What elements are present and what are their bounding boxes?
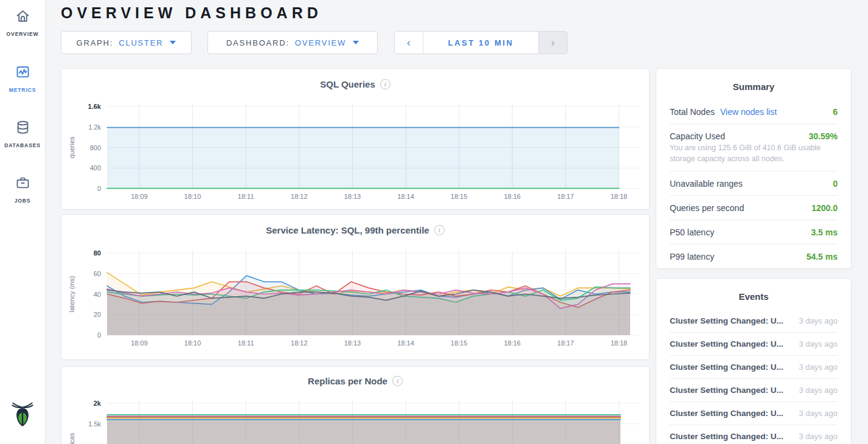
event-row[interactable]: Cluster Setting Changed: U... 3 days ago — [670, 356, 838, 379]
svg-text:18:14: 18:14 — [397, 339, 414, 347]
svg-text:18:12: 18:12 — [291, 339, 308, 347]
event-title: Cluster Setting Changed: U... — [670, 339, 783, 349]
graph-selector-value: CLUSTER — [119, 38, 163, 47]
svg-text:0: 0 — [97, 185, 101, 192]
summary-value: 6 — [833, 107, 838, 117]
info-icon[interactable]: i — [380, 79, 391, 89]
summary-value: 54.5 ms — [807, 252, 838, 262]
svg-text:18:11: 18:11 — [238, 339, 254, 347]
left-nav-sidebar: OVERVIEW METRICS DATABASES — [0, 0, 46, 444]
time-range-label[interactable]: LAST 10 MIN — [423, 32, 538, 54]
svg-text:40: 40 — [94, 291, 101, 298]
cockroachdb-logo[interactable] — [7, 399, 38, 434]
sidebar-item-label: DATABASES — [4, 142, 41, 148]
event-time: 3 days ago — [799, 316, 838, 325]
view-nodes-list-link[interactable]: View nodes list — [720, 107, 777, 117]
event-row[interactable]: Cluster Setting Changed: U... 3 days ago — [670, 402, 838, 425]
sidebar-item-databases[interactable]: DATABASES — [0, 119, 45, 148]
info-icon[interactable]: i — [434, 225, 445, 235]
svg-text:18:12: 18:12 — [291, 193, 308, 200]
summary-label: Capacity Used — [670, 131, 725, 141]
event-time: 3 days ago — [799, 386, 838, 395]
graph-selector-label: GRAPH: — [77, 38, 114, 47]
chevron-down-icon — [353, 41, 359, 44]
sql-queries-chart[interactable]: 04008001.2k1.6k18:0918:1018:1118:1218:13… — [61, 99, 649, 206]
sidebar-item-metrics[interactable]: METRICS — [0, 64, 45, 93]
dashboard-selector-dropdown[interactable]: DASHBOARD: OVERVIEW — [207, 31, 378, 54]
svg-text:18:17: 18:17 — [557, 193, 574, 200]
chevron-down-icon — [170, 41, 176, 44]
home-icon — [15, 8, 31, 27]
info-icon[interactable]: i — [392, 376, 403, 386]
time-range-next-button[interactable]: › — [538, 32, 567, 54]
summary-title: Summary — [670, 69, 838, 100]
sidebar-item-label: OVERVIEW — [7, 31, 39, 37]
sidebar-item-label: METRICS — [9, 87, 36, 93]
summary-value: 1200.0 — [811, 203, 838, 213]
summary-label: Queries per second — [670, 203, 744, 213]
dashboard-selector-value: OVERVIEW — [295, 38, 346, 47]
svg-text:18:11: 18:11 — [238, 193, 254, 200]
chart-title: SQL Queries — [320, 79, 375, 89]
summary-value: 0 — [833, 179, 838, 189]
event-time: 3 days ago — [799, 339, 838, 349]
svg-text:latency (ms): latency (ms) — [68, 276, 75, 313]
svg-text:1.5k: 1.5k — [88, 420, 101, 428]
event-title: Cluster Setting Changed: U... — [670, 362, 783, 372]
event-row[interactable]: Cluster Setting Changed: U... 3 days ago — [670, 379, 838, 402]
svg-text:400: 400 — [90, 164, 101, 172]
summary-panel: Summary Total Nodes View nodes list 6 Ca… — [656, 68, 852, 269]
svg-text:2k: 2k — [94, 400, 102, 407]
graph-selector-dropdown[interactable]: GRAPH: CLUSTER — [61, 31, 192, 54]
svg-text:0: 0 — [97, 331, 101, 339]
event-title: Cluster Setting Changed: U... — [670, 432, 783, 441]
svg-text:18:10: 18:10 — [184, 193, 201, 200]
metrics-icon — [15, 64, 31, 83]
chart-panel-replicas-per-node: Replicas per Node i 1.5k2k18:0918:1018:1… — [61, 366, 650, 444]
sidebar-item-jobs[interactable]: JOBS — [0, 175, 45, 204]
event-time: 3 days ago — [799, 432, 838, 441]
summary-row-p99-latency: P99 latency 54.5 ms — [670, 245, 838, 268]
summary-row-unavailable-ranges: Unavailable ranges 0 — [670, 172, 838, 196]
svg-text:18:18: 18:18 — [611, 339, 628, 347]
summary-row-total-nodes: Total Nodes View nodes list 6 — [670, 100, 838, 124]
event-time: 3 days ago — [799, 362, 838, 372]
svg-text:18:15: 18:15 — [451, 339, 468, 347]
svg-text:replicas: replicas — [68, 432, 75, 444]
replicas-per-node-chart[interactable]: 1.5k2k18:0918:1018:1118:1218:1318:1418:1… — [61, 395, 649, 444]
summary-row-p50-latency: P50 latency 3.5 ms — [670, 220, 838, 245]
chart-panel-sql-queries: SQL Queries i 04008001.2k1.6k18:0918:101… — [61, 68, 650, 210]
svg-text:queries: queries — [68, 136, 75, 159]
svg-text:18:09: 18:09 — [131, 193, 148, 200]
summary-value: 3.5 ms — [811, 227, 838, 237]
event-row[interactable]: Cluster Setting Changed: U... 3 days ago — [670, 333, 838, 356]
events-title: Events — [670, 279, 838, 310]
page-title: OVERVIEW DASHBOARD — [61, 4, 650, 22]
svg-text:18:14: 18:14 — [397, 193, 414, 200]
svg-text:20: 20 — [94, 311, 101, 318]
svg-text:1.2k: 1.2k — [88, 123, 101, 131]
svg-text:800: 800 — [90, 144, 101, 151]
chart-title: Replicas per Node — [308, 376, 387, 386]
right-sidebar: Summary Total Nodes View nodes list 6 Ca… — [656, 68, 852, 444]
event-row[interactable]: Cluster Setting Changed: U... 3 days ago — [670, 425, 838, 444]
svg-text:18:13: 18:13 — [344, 339, 361, 347]
time-range-prev-button[interactable]: ‹ — [395, 32, 423, 54]
svg-text:1.6k: 1.6k — [88, 103, 102, 110]
main-content: OVERVIEW DASHBOARD GRAPH: CLUSTER DASHBO… — [61, 0, 650, 444]
sidebar-item-overview[interactable]: OVERVIEW — [0, 8, 45, 37]
summary-label: P50 latency — [670, 227, 714, 237]
svg-text:18:16: 18:16 — [504, 193, 521, 200]
svg-text:18:18: 18:18 — [611, 193, 628, 200]
svg-text:18:09: 18:09 — [131, 339, 148, 347]
event-row[interactable]: Cluster Setting Changed: U... 3 days ago — [670, 310, 838, 333]
svg-text:80: 80 — [94, 249, 101, 257]
svg-text:18:16: 18:16 — [504, 339, 521, 347]
dashboard-selector-label: DASHBOARD: — [226, 38, 290, 47]
chart-panel-service-latency: Service Latency: SQL, 99th percentile i … — [61, 214, 650, 360]
time-range-selector: ‹ LAST 10 MIN › — [394, 31, 568, 54]
dashboard-controls: GRAPH: CLUSTER DASHBOARD: OVERVIEW ‹ LAS… — [61, 31, 650, 54]
svg-text:60: 60 — [94, 270, 101, 277]
service-latency-chart[interactable]: 02040608018:0918:1018:1118:1218:1318:141… — [61, 245, 649, 353]
database-icon — [15, 119, 31, 138]
